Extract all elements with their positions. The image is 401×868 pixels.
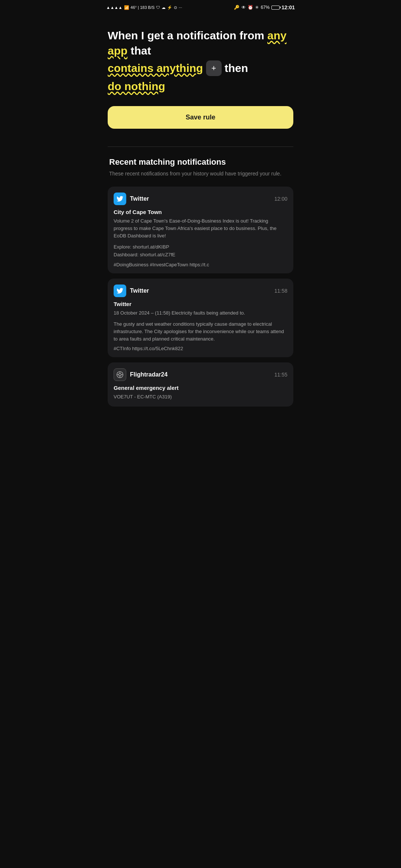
notif-app-info-3: Flightradar24 [114,368,167,381]
status-right: 🔑 👁 ⏰ ✳ 67% 12:01 [234,4,295,10]
notif-time-2: 11:58 [274,288,287,294]
recent-section-subtitle: These recent notifications from your his… [108,170,293,178]
data-speed: 46° | 183 B/S [131,5,155,10]
notif-app-name-2: Twitter [130,287,149,294]
notif-title-1: City of Cape Town [114,209,287,215]
rule-that: that [127,45,151,57]
rule-then: then [225,61,248,76]
rule-sentence: When I get a notification from any app t… [108,28,293,94]
wifi-icon: 📶 [124,5,129,10]
notification-card-1[interactable]: Twitter 12:00 City of Cape Town Volume 2… [108,187,293,273]
battery-icon [271,6,280,10]
notif-header-1: Twitter 12:00 [114,193,287,205]
alarm-icon: ⏰ [248,5,253,10]
eye-icon: 👁 [241,5,246,10]
twitter-app-icon-2 [114,285,126,297]
notif-app-info-1: Twitter [114,193,149,205]
rule-prefix: When I get a notification from [108,29,267,42]
add-condition-button[interactable]: + [206,60,222,76]
twitter-app-icon-1 [114,193,126,205]
circle-icon: ⊙ [174,5,177,10]
battery-percent: 67% [261,5,270,10]
bluetooth-icon: ✳ [255,5,259,10]
notif-header-2: Twitter 11:58 [114,285,287,297]
shield-icon: 🛡 [156,5,160,10]
flightradar-app-icon [114,368,126,381]
rule-contains[interactable]: contains anything [108,61,203,76]
cloud-icon: ☁ [162,5,166,10]
key-icon: 🔑 [234,5,239,10]
notification-card-2[interactable]: Twitter 11:58 Twitter 18 October 2024 – … [108,279,293,358]
notif-body-1: Volume 2 of Cape Town's Ease-of-Doing-Bu… [114,217,287,240]
notif-app-name-1: Twitter [130,195,149,202]
notif-app-info-2: Twitter [114,285,149,297]
more-icon: ··· [179,5,182,10]
recent-section: Recent matching notifications These rece… [108,157,293,407]
notif-body-3: VOE7UT - EC-MTC (A319) [114,393,287,401]
notif-body-2: 18 October 2024 – (11:58) Electricity fa… [114,309,287,317]
notif-title-2: Twitter [114,301,287,307]
main-content: When I get a notification from any app t… [100,13,301,419]
notif-tags-2: #CTInfo https://t.co/5LeChnk822 [114,346,287,351]
section-divider [108,147,293,147]
notif-body-secondary-2: The gusty and wet weather conditions typ… [114,320,287,343]
signal-icon: ▲▲▲▲ [106,5,123,10]
notif-app-name-3: Flightradar24 [130,371,167,378]
notif-title-3: General emergency alert [114,385,287,391]
notif-header-3: Flightradar24 11:55 [114,368,287,381]
time-display: 12:01 [281,4,295,10]
save-rule-button[interactable]: Save rule [108,106,293,129]
status-bar: ▲▲▲▲ 📶 46° | 183 B/S 🛡 ☁ ⚡ ⊙ ··· 🔑 👁 ⏰ ✳… [100,0,301,13]
rule-action[interactable]: do nothing [108,79,165,94]
status-left: ▲▲▲▲ 📶 46° | 183 B/S 🛡 ☁ ⚡ ⊙ ··· [106,5,182,10]
svg-point-1 [119,374,121,376]
notif-links-1: Explore: shorturl.at/dKIBPDashboard: sho… [114,243,287,259]
notif-time-1: 12:00 [274,196,287,202]
notif-tags-1: #DoingBusiness #InvestCapeTown https://t… [114,262,287,267]
bolt-icon: ⚡ [167,5,172,10]
notification-card-3[interactable]: Flightradar24 11:55 General emergency al… [108,362,293,407]
notif-time-3: 11:55 [274,372,287,378]
recent-section-title: Recent matching notifications [108,157,293,167]
